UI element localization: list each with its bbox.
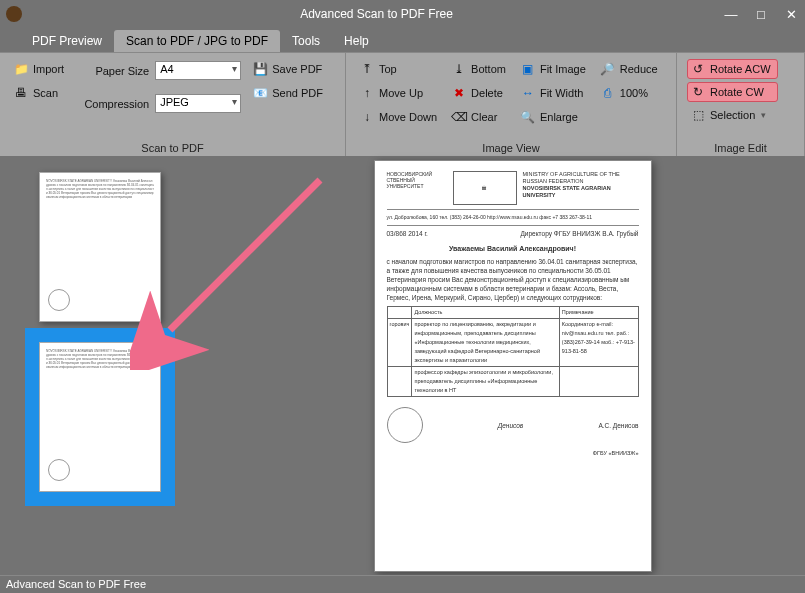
- maximize-button[interactable]: □: [753, 7, 769, 22]
- tab-pdf-preview[interactable]: PDF Preview: [20, 30, 114, 52]
- chevron-down-icon: ▾: [761, 110, 766, 120]
- workspace: NOVOSIBIRSK STATE AGRARIAN UNIVERSITY Ув…: [0, 156, 805, 575]
- doc-footer: ФГБУ «ВНИИЗЖ»: [387, 449, 639, 458]
- selection-icon: ⬚: [690, 107, 706, 123]
- app-icon: [6, 6, 22, 22]
- move-up-button[interactable]: ↑Move Up: [356, 83, 440, 103]
- thumbnail-panel: NOVOSIBIRSK STATE AGRARIAN UNIVERSITY Ув…: [0, 156, 200, 575]
- tab-help[interactable]: Help: [332, 30, 381, 52]
- doc-table: ДолжностьПримечание горовичпроректор по …: [387, 306, 639, 397]
- reduce-button[interactable]: 🔎Reduce: [597, 59, 661, 79]
- status-bar: Advanced Scan to PDF Free: [0, 575, 805, 593]
- hundred-percent-button[interactable]: ⎙100%: [597, 83, 661, 103]
- fit-image-button[interactable]: ▣Fit Image: [517, 59, 589, 79]
- clear-button[interactable]: ⌫Clear: [448, 107, 509, 127]
- compression-label: Compression: [75, 98, 149, 110]
- fit-width-button[interactable]: ↔Fit Width: [517, 83, 589, 103]
- doc-logo: 🏛: [453, 171, 517, 205]
- doc-recipient: Директору ФГБУ ВНИИЗЖ В.А. Грубый: [520, 229, 638, 238]
- rotate-cw-icon: ↻: [690, 84, 706, 100]
- tab-tools[interactable]: Tools: [280, 30, 332, 52]
- scan-button[interactable]: 🖶 Scan: [10, 83, 67, 103]
- doc-seal: [387, 407, 423, 443]
- doc-org-left: НОВОСИБИРСКИЙ СТВЕННЫЙ УНИВЕРСИТЕТ: [387, 171, 447, 205]
- preview-panel: НОВОСИБИРСКИЙ СТВЕННЫЙ УНИВЕРСИТЕТ 🏛 MIN…: [200, 156, 805, 575]
- delete-icon: ✖: [451, 85, 467, 101]
- paper-size-select[interactable]: A4: [155, 61, 241, 80]
- rotate-acw-icon: ↺: [690, 61, 706, 77]
- enlarge-icon: 🔍: [520, 109, 536, 125]
- rotate-cw-button[interactable]: ↻Rotate CW: [687, 82, 778, 102]
- compression-select[interactable]: JPEG: [155, 94, 241, 113]
- doc-body: с началом подготовки магистров по направ…: [387, 257, 639, 302]
- doc-address: ул. Добролюбова, 160 тел. (383) 264-26-0…: [387, 213, 639, 222]
- group-label-view: Image View: [352, 140, 670, 154]
- minimize-button[interactable]: —: [723, 7, 739, 22]
- tab-scan-to-pdf[interactable]: Scan to PDF / JPG to PDF: [114, 30, 280, 52]
- doc-ministry: MINISTRY OF AGRICULTURE OF THE RUSSIAN F…: [523, 171, 639, 185]
- up-icon: ↑: [359, 85, 375, 101]
- scanner-icon: 🖶: [13, 85, 29, 101]
- doc-univ: NOVOSIBIRSK STATE AGRARIAN UNIVERSITY: [523, 185, 639, 199]
- doc-signature: Денисов: [498, 421, 524, 430]
- bottom-icon: ⤓: [451, 61, 467, 77]
- document-preview[interactable]: НОВОСИБИРСКИЙ СТВЕННЫЙ УНИВЕРСИТЕТ 🏛 MIN…: [374, 160, 652, 572]
- close-button[interactable]: ✕: [783, 7, 799, 22]
- reduce-icon: 🔎: [600, 61, 616, 77]
- clear-icon: ⌫: [451, 109, 467, 125]
- send-pdf-button[interactable]: 📧 Send PDF: [249, 83, 326, 103]
- doc-greeting: Уважаемы Василий Александрович!: [387, 244, 639, 253]
- import-button[interactable]: 📁 Import: [10, 59, 67, 79]
- doc-signer-name: А.С. Денисов: [598, 421, 638, 430]
- selection-button[interactable]: ⬚Selection▾: [687, 105, 778, 125]
- delete-button[interactable]: ✖Delete: [448, 83, 509, 103]
- tab-strip: PDF Preview Scan to PDF / JPG to PDF Too…: [0, 28, 805, 52]
- top-button[interactable]: ⤒Top: [356, 59, 440, 79]
- title-bar: Advanced Scan to PDF Free — □ ✕: [0, 0, 805, 28]
- top-icon: ⤒: [359, 61, 375, 77]
- hundred-icon: ⎙: [600, 85, 616, 101]
- thumbnail-1[interactable]: NOVOSIBIRSK STATE AGRARIAN UNIVERSITY Ув…: [39, 172, 161, 322]
- window-title: Advanced Scan to PDF Free: [30, 7, 723, 21]
- down-icon: ↓: [359, 109, 375, 125]
- move-down-button[interactable]: ↓Move Down: [356, 107, 440, 127]
- rotate-acw-button[interactable]: ↺Rotate ACW: [687, 59, 778, 79]
- group-label-scan: Scan to PDF: [6, 140, 339, 154]
- doc-number: 03/868 2014 г.: [387, 229, 428, 238]
- ribbon: 📁 Import 🖶 Scan Paper Size A4 Compressio…: [0, 52, 805, 156]
- fit-image-icon: ▣: [520, 61, 536, 77]
- save-pdf-button[interactable]: 💾 Save PDF: [249, 59, 326, 79]
- bottom-button[interactable]: ⤓Bottom: [448, 59, 509, 79]
- group-label-edit: Image Edit: [683, 140, 798, 154]
- send-icon: 📧: [252, 85, 268, 101]
- fit-width-icon: ↔: [520, 85, 536, 101]
- thumbnail-2[interactable]: NOVOSIBIRSK STATE AGRARIAN UNIVERSITY Ув…: [39, 342, 161, 492]
- enlarge-button[interactable]: 🔍Enlarge: [517, 107, 589, 127]
- import-icon: 📁: [13, 61, 29, 77]
- paper-size-label: Paper Size: [75, 65, 149, 77]
- save-icon: 💾: [252, 61, 268, 77]
